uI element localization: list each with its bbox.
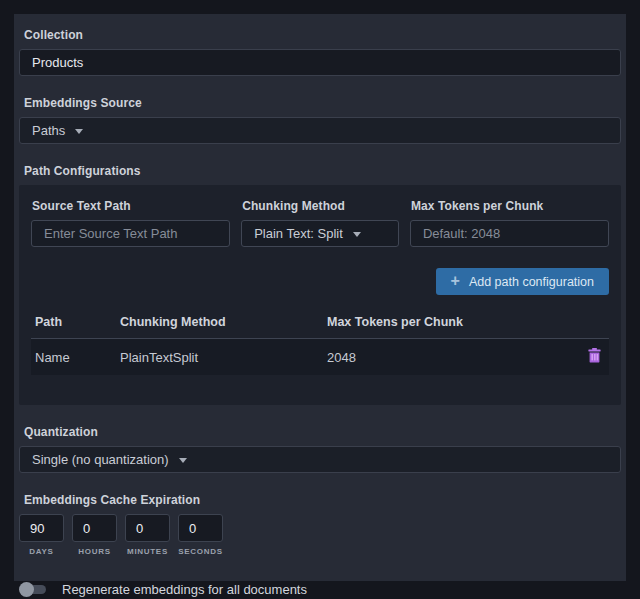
regenerate-toggle[interactable] [19, 582, 46, 597]
toggle-knob [19, 582, 34, 597]
collection-label: Collection [24, 28, 621, 42]
collection-field-group: Collection [19, 28, 621, 76]
max-tokens-label: Max Tokens per Chunk [411, 199, 609, 213]
add-path-configuration-button-label: Add path configuration [469, 275, 594, 289]
seconds-unit-label: SECONDS [178, 547, 222, 556]
embeddings-config-form: Collection Embeddings Source Paths Path … [14, 14, 626, 581]
chevron-down-icon [353, 232, 361, 237]
days-input[interactable] [19, 514, 64, 542]
table-header-actions [569, 309, 609, 339]
add-path-button-row: + Add path configuration [31, 268, 609, 295]
embeddings-source-label: Embeddings Source [24, 96, 621, 110]
table-row: Name PlainTextSplit 2048 [31, 339, 609, 376]
chevron-down-icon [179, 458, 187, 463]
embeddings-source-select[interactable]: Paths [19, 117, 621, 144]
add-path-configuration-button[interactable]: + Add path configuration [436, 268, 609, 295]
table-cell-max-tokens: 2048 [323, 339, 569, 376]
chevron-down-icon [75, 129, 83, 134]
plus-icon: + [451, 273, 460, 289]
embeddings-source-value: Paths [32, 123, 65, 138]
quantization-field-group: Quantization Single (no quantization) [19, 425, 621, 473]
quantization-label: Quantization [24, 425, 621, 439]
path-configurations-panel: Source Text Path Chunking Method Plain T… [19, 185, 621, 405]
regenerate-toggle-label: Regenerate embeddings for all documents [62, 582, 307, 597]
days-unit-label: DAYS [29, 547, 53, 556]
hours-unit-label: HOURS [78, 547, 110, 556]
table-cell-path: Name [31, 339, 116, 376]
source-text-path-field: Source Text Path [31, 199, 230, 247]
max-tokens-field: Max Tokens per Chunk [410, 199, 609, 247]
table-header-path: Path [31, 309, 116, 339]
table-header-row: Path Chunking Method Max Tokens per Chun… [31, 309, 609, 339]
max-tokens-input[interactable] [410, 220, 609, 247]
seconds-field: SECONDS [178, 514, 223, 556]
path-configurations-table: Path Chunking Method Max Tokens per Chun… [31, 309, 609, 375]
collection-input[interactable] [19, 49, 621, 76]
table-cell-chunking-method: PlainTextSplit [116, 339, 323, 376]
minutes-unit-label: MINUTES [127, 547, 168, 556]
cache-expiration-inputs: DAYS HOURS MINUTES SECONDS [19, 514, 621, 556]
path-config-form-row: Source Text Path Chunking Method Plain T… [31, 199, 609, 247]
delete-path-button[interactable] [588, 348, 601, 363]
table-header-chunking-method: Chunking Method [116, 309, 323, 339]
chunking-method-select[interactable]: Plain Text: Split [241, 220, 399, 247]
minutes-field: MINUTES [125, 514, 170, 556]
hours-field: HOURS [72, 514, 117, 556]
hours-input[interactable] [72, 514, 117, 542]
trash-icon [588, 348, 601, 363]
chunking-method-label: Chunking Method [242, 199, 399, 213]
cache-expiration-field-group: Embeddings Cache Expiration DAYS HOURS M… [19, 493, 621, 556]
quantization-value: Single (no quantization) [32, 452, 169, 467]
regenerate-toggle-row: Regenerate embeddings for all documents [19, 582, 621, 597]
source-text-path-input[interactable] [31, 220, 230, 247]
table-cell-actions [569, 339, 609, 376]
cache-expiration-label: Embeddings Cache Expiration [24, 493, 621, 507]
quantization-select[interactable]: Single (no quantization) [19, 446, 621, 473]
embeddings-source-field-group: Embeddings Source Paths [19, 96, 621, 144]
source-text-path-label: Source Text Path [32, 199, 230, 213]
seconds-input[interactable] [178, 514, 223, 542]
chunking-method-field: Chunking Method Plain Text: Split [241, 199, 399, 247]
chunking-method-value: Plain Text: Split [254, 226, 343, 241]
days-field: DAYS [19, 514, 64, 556]
minutes-input[interactable] [125, 514, 170, 542]
path-configurations-label: Path Configurations [24, 164, 621, 178]
table-header-max-tokens: Max Tokens per Chunk [323, 309, 569, 339]
path-configurations-group: Path Configurations Source Text Path Chu… [19, 164, 621, 405]
